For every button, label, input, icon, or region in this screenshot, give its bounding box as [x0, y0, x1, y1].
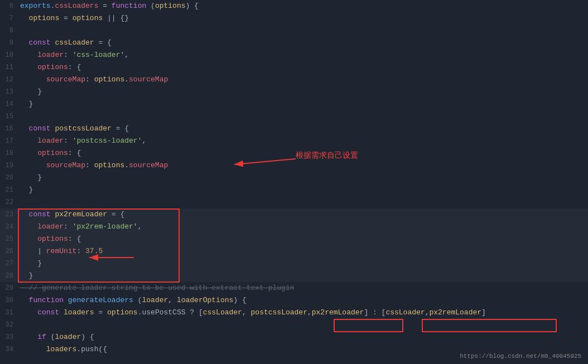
- line-number: 17: [0, 135, 18, 147]
- line-code: }: [18, 184, 588, 196]
- code-line: 15: [0, 110, 588, 123]
- line-number: 20: [0, 172, 18, 184]
- line-code: options: {: [18, 147, 588, 159]
- code-line: 8: [0, 25, 588, 37]
- code-line: 20 }: [0, 172, 588, 184]
- line-number: 31: [0, 307, 18, 319]
- line-number: 24: [0, 221, 18, 233]
- line-code: function generateLoaders (loader, loader…: [18, 294, 588, 307]
- line-number: 28: [0, 270, 18, 282]
- line-number: 19: [0, 159, 18, 172]
- code-line: 10 loader: 'css-loader',: [0, 49, 588, 61]
- code-line: 7 options = options || {}: [0, 12, 588, 25]
- code-line: 23 const px2remLoader = {: [0, 208, 588, 221]
- line-number: 12: [0, 74, 18, 86]
- code-line: 18 options: {: [0, 147, 588, 159]
- line-code: const postcssLoader = {: [18, 123, 588, 135]
- code-editor: 6exports.cssLoaders = function (options)…: [0, 0, 588, 364]
- code-line: 21 }: [0, 184, 588, 196]
- line-code: sourceMap: options.sourceMap: [18, 74, 588, 86]
- code-line: 24 loader: 'px2rem-loader',: [0, 221, 588, 233]
- line-code: const cssLoader = {: [18, 37, 588, 49]
- line-number: 13: [0, 86, 18, 98]
- line-number: 6: [0, 0, 18, 12]
- line-number: 9: [0, 37, 18, 49]
- code-line: 16 const postcssLoader = {: [0, 123, 588, 135]
- line-number: 34: [0, 343, 18, 356]
- line-code: }: [18, 98, 588, 110]
- code-line: 29 // generate loader string to be used …: [0, 282, 588, 294]
- line-number: 27: [0, 258, 18, 270]
- line-code: loader: 'px2rem-loader',: [18, 221, 588, 233]
- line-number: 8: [0, 25, 18, 37]
- line-number: 18: [0, 147, 18, 159]
- line-code: const loaders = options.usePostCSS ? [cs…: [18, 307, 588, 319]
- line-number: 33: [0, 331, 18, 343]
- line-number: 26: [0, 245, 18, 258]
- code-line: 25 options: {: [0, 233, 588, 245]
- code-line: 9 const cssLoader = {: [0, 37, 588, 49]
- line-code: // generate loader string to be used wit…: [18, 282, 588, 294]
- line-code: options: {: [18, 233, 588, 245]
- code-line: 28 }: [0, 270, 588, 282]
- line-number: 16: [0, 123, 18, 135]
- code-line: 33 if (loader) {: [0, 331, 588, 343]
- url-label: https://blog.csdn.net/m0_49045925: [460, 353, 581, 360]
- line-number: 30: [0, 294, 18, 307]
- code-line: 14 }: [0, 98, 588, 110]
- line-code: if (loader) {: [18, 331, 588, 343]
- code-line: 26 | remUnit: 37.5: [0, 245, 588, 258]
- line-number: 32: [0, 319, 18, 331]
- code-line: 22: [0, 196, 588, 208]
- line-code: }: [18, 258, 588, 270]
- line-number: 14: [0, 98, 18, 110]
- line-number: 10: [0, 49, 18, 61]
- line-code: | remUnit: 37.5: [18, 245, 588, 258]
- line-code: options = options || {}: [18, 12, 588, 25]
- line-code: const px2remLoader = {: [18, 208, 588, 221]
- code-line: 31 const loaders = options.usePostCSS ? …: [0, 307, 588, 319]
- line-number: 23: [0, 208, 18, 221]
- line-number: 21: [0, 184, 18, 196]
- code-line: 32: [0, 319, 588, 331]
- line-code: }: [18, 172, 588, 184]
- line-code: exports.cssLoaders = function (options) …: [18, 0, 588, 12]
- code-line: 13 }: [0, 86, 588, 98]
- line-code: options: {: [18, 61, 588, 74]
- line-code: }: [18, 86, 588, 98]
- line-number: 7: [0, 12, 18, 25]
- code-line: 12 sourceMap: options.sourceMap: [0, 74, 588, 86]
- line-number: 29: [0, 282, 18, 294]
- code-line: 19 sourceMap: options.sourceMap: [0, 159, 588, 172]
- line-code: loader: 'postcss-loader',: [18, 135, 588, 147]
- line-code: }: [18, 270, 588, 282]
- code-line: 6exports.cssLoaders = function (options)…: [0, 0, 588, 12]
- line-number: 22: [0, 196, 18, 208]
- code-line: 11 options: {: [0, 61, 588, 74]
- code-line: 27 }: [0, 258, 588, 270]
- line-code: loader: 'css-loader',: [18, 49, 588, 61]
- code-line: 30 function generateLoaders (loader, loa…: [0, 294, 588, 307]
- line-code: sourceMap: options.sourceMap: [18, 159, 588, 172]
- line-number: 11: [0, 61, 18, 74]
- line-number: 25: [0, 233, 18, 245]
- line-number: 15: [0, 110, 18, 123]
- code-line: 17 loader: 'postcss-loader',: [0, 135, 588, 147]
